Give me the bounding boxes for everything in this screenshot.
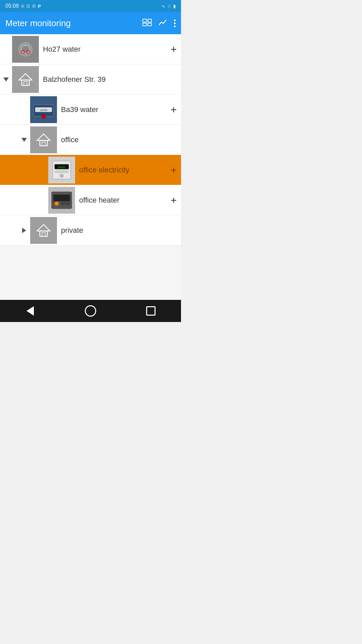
house-thumb-inner <box>12 66 39 93</box>
chart-icon[interactable] <box>159 18 167 29</box>
list-item-office-electricity[interactable]: 00123 office electricity + <box>0 155 181 185</box>
back-arrow-icon <box>26 306 34 316</box>
item-thumbnail-balzhofener-str <box>12 66 39 93</box>
svg-text:12345: 12345 <box>40 109 48 112</box>
svg-point-26 <box>55 202 59 206</box>
status-icons: ⎘ ☷ ✆ P <box>21 4 41 9</box>
right-arrow <box>22 228 26 233</box>
svg-rect-1 <box>148 19 152 22</box>
svg-rect-25 <box>53 195 70 201</box>
down-arrow <box>3 77 9 82</box>
meter-thumb-inner <box>48 187 75 214</box>
svg-marker-16 <box>37 134 50 140</box>
app-title: Meter monitoring <box>5 18 142 29</box>
plus-icon: + <box>171 104 177 115</box>
status-time: 05:09 <box>5 3 19 9</box>
book-view-icon[interactable] <box>142 18 152 29</box>
more-options-icon[interactable] <box>174 19 176 27</box>
status-bar: 05:09 ⎘ ☷ ✆ P ∿ ☃ ▮ <box>0 0 181 12</box>
svg-point-23 <box>60 174 63 177</box>
svg-rect-11 <box>24 82 27 85</box>
svg-point-15 <box>42 114 46 118</box>
svg-rect-0 <box>143 19 146 22</box>
item-thumbnail-office-electricity: 00123 <box>48 157 75 183</box>
list-item-office-heater[interactable]: office heater + <box>0 185 181 215</box>
svg-rect-2 <box>143 23 146 26</box>
plus-icon: + <box>171 165 177 175</box>
dot3 <box>174 25 176 27</box>
wifi-icon: ☃ <box>167 4 171 9</box>
item-thumbnail-private <box>30 217 57 244</box>
dot2 <box>174 22 176 24</box>
home-circle-icon <box>85 305 96 317</box>
add-reading-button-office-electricity[interactable]: + <box>166 163 181 177</box>
list-item-ba39-water[interactable]: 12345 Ba39 water + <box>0 95 181 125</box>
svg-marker-9 <box>19 73 32 80</box>
svg-rect-18 <box>42 142 45 146</box>
nav-recent-button[interactable] <box>142 303 159 319</box>
house-thumb-inner <box>30 126 57 153</box>
app-bar: Meter monitoring <box>0 12 181 34</box>
plus-icon: + <box>171 195 177 206</box>
house-thumb-inner <box>30 217 57 244</box>
p-app-icon: P <box>38 4 41 9</box>
expand-arrow-icon[interactable] <box>18 228 30 233</box>
nav-home-button[interactable] <box>82 303 99 319</box>
svg-marker-28 <box>37 224 50 231</box>
list-item-private[interactable]: private <box>0 215 181 246</box>
app-bar-actions <box>142 18 176 29</box>
add-reading-button-ho27-water[interactable]: + <box>166 42 181 57</box>
item-label-ho27-water: Ho27 water <box>43 45 166 54</box>
item-label-office-electricity: office electricity <box>79 166 166 174</box>
item-thumbnail-office-heater <box>48 187 75 214</box>
calendar-icon: ☷ <box>26 4 30 9</box>
meter-thumb-inner <box>12 36 39 63</box>
down-arrow <box>21 138 27 142</box>
list-item-balzhofener-str[interactable]: Balzhofener Str. 39 <box>0 64 181 95</box>
item-label-ba39-water: Ba39 water <box>61 105 166 114</box>
bottom-nav <box>0 300 181 322</box>
nav-back-button[interactable] <box>22 303 39 319</box>
collapse-arrow-icon[interactable] <box>18 138 30 142</box>
dot1 <box>174 19 176 21</box>
phone-icon: ✆ <box>32 4 36 9</box>
plus-icon: + <box>171 44 177 55</box>
vibrate-icon: ∿ <box>162 4 165 9</box>
item-thumbnail-ho27-water <box>12 36 39 63</box>
svg-rect-30 <box>42 232 45 236</box>
meter-thumb-inner: 12345 <box>30 96 57 123</box>
svg-text:00123: 00123 <box>58 166 65 168</box>
meter-thumb-inner: 00123 <box>48 157 75 183</box>
add-reading-button-ba39-water[interactable]: + <box>166 102 181 117</box>
item-label-balzhofener-str: Balzhofener Str. 39 <box>43 75 181 84</box>
svg-rect-29 <box>40 231 47 236</box>
list-item-ho27-water[interactable]: Ho27 water + <box>0 34 181 64</box>
svg-rect-27 <box>61 202 70 205</box>
status-right: ∿ ☃ ▮ <box>162 4 176 9</box>
item-thumbnail-office <box>30 126 57 153</box>
collapse-arrow-icon[interactable] <box>0 77 12 82</box>
clipboard-icon: ⎘ <box>21 4 24 9</box>
item-label-private: private <box>61 226 181 235</box>
svg-rect-3 <box>148 23 152 26</box>
status-left: 05:09 ⎘ ☷ ✆ P <box>5 3 41 9</box>
item-label-office: office <box>61 136 181 144</box>
list-item-office[interactable]: office <box>0 125 181 155</box>
svg-rect-17 <box>40 140 47 146</box>
meter-list: Ho27 water + Balzhofener Str. 39 12345 B… <box>0 34 181 300</box>
battery-icon: ▮ <box>173 4 176 9</box>
svg-rect-22 <box>55 170 69 173</box>
recent-square-icon <box>146 306 156 316</box>
svg-rect-10 <box>22 80 29 85</box>
item-label-office-heater: office heater <box>79 196 166 205</box>
item-thumbnail-ba39-water: 12345 <box>30 96 57 123</box>
add-reading-button-office-heater[interactable]: + <box>166 193 181 208</box>
